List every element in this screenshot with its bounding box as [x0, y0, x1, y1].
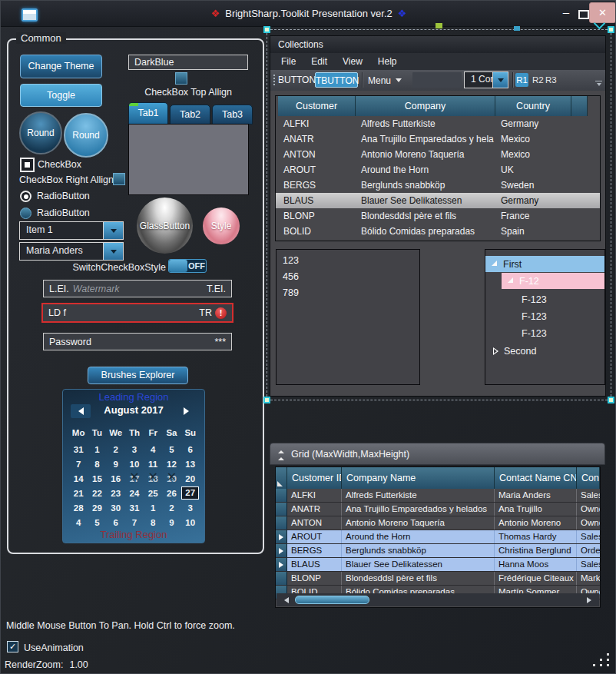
checkbox-top-align[interactable]: [175, 72, 187, 85]
calendar-day-cell[interactable]: 5: [162, 442, 180, 457]
calendar-day-cell[interactable]: 7: [69, 457, 88, 471]
theme-textbox[interactable]: DarkBlue: [128, 55, 248, 70]
column-header-company[interactable]: Company: [356, 96, 495, 116]
column-header-contact-title[interactable]: Conta: [577, 467, 600, 489]
toolbar-radio-r1[interactable]: R1: [515, 73, 528, 87]
toolbar-menu-button[interactable]: Menu: [368, 70, 402, 91]
switch-knob[interactable]: [169, 260, 187, 272]
tab-tab3[interactable]: Tab3: [212, 105, 253, 125]
calendar-day-cell[interactable]: 8: [144, 515, 162, 530]
row-header[interactable]: [276, 489, 287, 502]
calendar-day-cell[interactable]: 1: [88, 442, 106, 457]
switch-checkbox[interactable]: OFF: [168, 259, 207, 273]
calendar-day-cell[interactable]: 3: [125, 442, 144, 457]
grid-expander-header[interactable]: Grid (MaxWidth,MaxHeight): [270, 443, 605, 465]
tree-collapsed-icon[interactable]: [493, 347, 498, 355]
calendar-day-cell[interactable]: 5: [88, 515, 106, 530]
row-header[interactable]: [276, 544, 287, 557]
prev-month-arrow-icon[interactable]: [71, 404, 91, 418]
calendar-day-cell[interactable]: 1: [144, 500, 162, 515]
listbox[interactable]: 123456789: [276, 249, 420, 385]
resize-grip-icon[interactable]: [607, 653, 609, 656]
calendar-day-cell[interactable]: 13: [181, 457, 200, 471]
round-button-1[interactable]: Round: [19, 111, 62, 154]
column-header-customer[interactable]: Customer: [278, 96, 356, 116]
table-row[interactable]: ANTONAntonio Moreno TaqueríaMexico: [276, 147, 600, 162]
table-row[interactable]: ANATRAna Trujillo Emparedados y helaMexi…: [276, 131, 600, 147]
chevron-down-icon[interactable]: [103, 243, 123, 260]
calendar-day-cell[interactable]: 6: [181, 442, 200, 457]
select-all-corner[interactable]: [276, 467, 287, 489]
selection-handle[interactable]: [608, 26, 614, 33]
brushes-explorer-button[interactable]: Brushes Explorer: [88, 367, 188, 384]
calendar-day-cell[interactable]: 18✕: [144, 471, 162, 486]
maximize-button[interactable]: [578, 10, 589, 19]
table-row[interactable]: BLONPBlondesddsl père et filsFrance: [276, 208, 600, 224]
toolbar-combobox[interactable]: 1 Com: [464, 71, 508, 88]
round-button-2[interactable]: Round: [64, 113, 108, 158]
error-textbox[interactable]: LD f TR !: [41, 303, 233, 323]
password-field[interactable]: Password ***: [43, 333, 232, 350]
calendar-day-cell[interactable]: 31: [69, 442, 88, 457]
column-header-contact-name[interactable]: Contact Name CN: [495, 467, 577, 489]
selection-handle[interactable]: [263, 397, 270, 403]
calendar-day-cell[interactable]: 30: [107, 500, 125, 515]
horizontal-scrollbar[interactable]: [277, 593, 599, 606]
watermark-textbox[interactable]: L.EI. Watermark T.EI.: [43, 280, 232, 297]
table-row[interactable]: AROUTAround the HornThomas HardySales: [276, 530, 600, 544]
chevron-down-icon[interactable]: [492, 72, 508, 88]
calendar-day-cell[interactable]: 25: [144, 486, 162, 500]
table-row[interactable]: ALFKIAlfreds FutterkisteMaria AndersSale…: [276, 489, 600, 503]
calendar-day-cell[interactable]: 27: [181, 486, 200, 500]
row-header[interactable]: [276, 503, 287, 516]
tree-item-second[interactable]: Second: [485, 343, 536, 359]
calendar-day-cell[interactable]: 15: [88, 471, 106, 486]
table-row[interactable]: BERGSBerglunds snabbköpSweden: [276, 178, 600, 193]
calendar-day-cell[interactable]: 8: [88, 457, 106, 471]
calendar-day-cell[interactable]: 19✕: [162, 471, 180, 486]
style-button[interactable]: Style: [203, 208, 240, 244]
checkbox[interactable]: [20, 158, 35, 172]
table-row[interactable]: BLONPBlondesddsl père et filsFrédérique …: [276, 572, 600, 586]
item-combobox[interactable]: Item 1: [19, 221, 124, 240]
checkbox-right-align[interactable]: [113, 173, 125, 185]
calendar-day-cell[interactable]: 2: [107, 442, 125, 457]
calendar-day-cell[interactable]: 2: [162, 500, 180, 515]
collections-title-bar[interactable]: Collections: [270, 36, 605, 53]
calendar-day-cell[interactable]: 29: [88, 500, 106, 515]
table-row[interactable]: ALFKIAlfreds FutterkisteGermany: [276, 116, 600, 131]
row-header[interactable]: [276, 516, 287, 530]
toolbar-textbox[interactable]: [412, 72, 462, 88]
table-row[interactable]: AROUTAround the HornUK: [276, 162, 600, 178]
toolbar-radio-r2[interactable]: R2: [532, 73, 544, 87]
calendar-day-cell[interactable]: 9: [107, 457, 125, 471]
calendar-day-cell[interactable]: 9: [162, 515, 180, 530]
calendar-day-cell[interactable]: 3: [181, 500, 200, 515]
scroll-right-arrow-icon[interactable]: [587, 597, 594, 603]
chevron-down-icon[interactable]: [103, 222, 123, 239]
treeview[interactable]: First F-12 F-123 F-123 F-123 Second: [485, 249, 605, 385]
list-item[interactable]: 123: [277, 253, 419, 269]
list-item[interactable]: 789: [277, 285, 419, 301]
column-header-country[interactable]: Country: [495, 96, 571, 116]
list-item[interactable]: 456: [277, 269, 419, 285]
column-header-company-name[interactable]: Company Name: [342, 467, 495, 489]
toggle-button[interactable]: Toggle: [20, 84, 102, 107]
menu-item-view[interactable]: View: [335, 56, 370, 67]
calendar-day-cell[interactable]: 21: [69, 486, 88, 500]
row-header[interactable]: [276, 558, 287, 571]
calendar-day-cell[interactable]: 4: [69, 515, 88, 530]
menu-item-file[interactable]: File: [273, 56, 303, 67]
calendar-day-cell[interactable]: 6: [107, 515, 125, 530]
toolbar-radio-r3[interactable]: R3: [545, 73, 557, 87]
toolbar-toggle-button[interactable]: TBUTTON: [315, 72, 358, 88]
toolbar-button[interactable]: BUTTON: [278, 70, 316, 91]
calendar-day-cell[interactable]: 17✕: [125, 471, 144, 486]
tab-tab1[interactable]: Tab1: [128, 102, 168, 125]
calendar-day-cell[interactable]: 31: [125, 500, 144, 515]
row-header[interactable]: [276, 530, 287, 543]
tab-tab2[interactable]: Tab2: [170, 105, 210, 125]
calendar-day-cell[interactable]: 4: [144, 442, 162, 457]
calendar-day-cell[interactable]: 7: [125, 515, 144, 530]
tree-item-f123[interactable]: F-123: [522, 308, 547, 324]
